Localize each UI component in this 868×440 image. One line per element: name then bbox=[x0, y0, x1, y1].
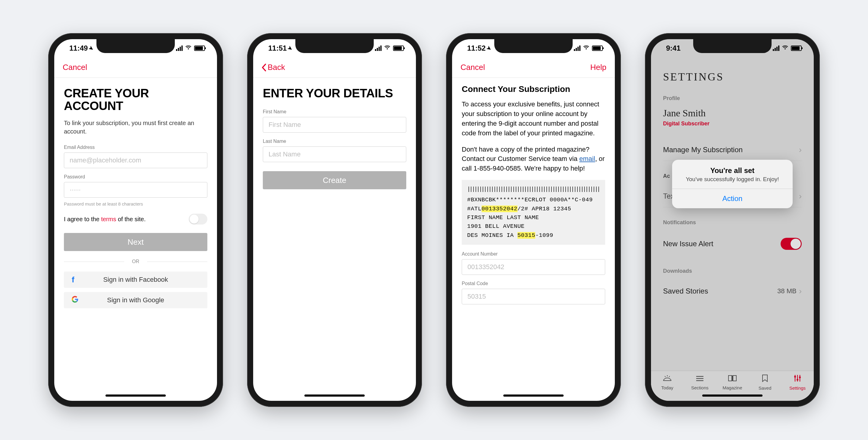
postal-code-label: Postal Code bbox=[462, 281, 605, 286]
notch bbox=[96, 39, 175, 53]
email-link[interactable]: email bbox=[579, 155, 595, 162]
svg-point-0 bbox=[794, 376, 796, 378]
phone-1: 11:49➤ Cancel CREATE YOUR ACCOUNT To lin… bbox=[48, 33, 223, 407]
barcode-icon: ||||||||||||||||||||||||||||||||||||||||… bbox=[467, 185, 600, 193]
status-time: 11:52 bbox=[467, 44, 486, 53]
status-time: 11:49 bbox=[69, 44, 88, 53]
wifi-icon bbox=[583, 45, 590, 52]
password-hint: Password must be at least 8 characters bbox=[64, 201, 207, 207]
downloads-section-label: Downloads bbox=[663, 268, 802, 274]
signal-icon bbox=[574, 45, 581, 51]
account-number-label: Account Number bbox=[462, 251, 605, 257]
email-field[interactable] bbox=[64, 153, 207, 168]
location-icon: ➤ bbox=[286, 44, 294, 53]
google-icon bbox=[72, 296, 79, 304]
terms-toggle[interactable] bbox=[189, 214, 207, 224]
chevron-left-icon bbox=[261, 64, 267, 71]
nav-bar: Back bbox=[253, 57, 416, 78]
profile-section-label: Profile bbox=[663, 95, 802, 101]
profile-name: Jane Smith bbox=[663, 107, 802, 119]
chevron-right-icon: › bbox=[799, 191, 802, 201]
first-name-field[interactable] bbox=[263, 117, 406, 133]
battery-icon bbox=[194, 45, 205, 51]
alert-dialog: You're all set You've successfully logge… bbox=[672, 160, 793, 208]
saved-size: 38 MB bbox=[777, 287, 797, 295]
next-button[interactable]: Next bbox=[64, 233, 207, 251]
last-name-field[interactable] bbox=[263, 147, 406, 162]
notch bbox=[296, 39, 374, 53]
page-title: CREATE YOUR ACCOUNT bbox=[64, 87, 207, 112]
signal-icon bbox=[773, 45, 779, 51]
saved-icon bbox=[762, 374, 768, 384]
sections-icon bbox=[695, 374, 704, 384]
battery-icon bbox=[592, 45, 603, 51]
home-indicator[interactable] bbox=[105, 395, 166, 397]
instructions-1: To access your exclusive benefits, just … bbox=[462, 99, 605, 138]
today-icon bbox=[663, 374, 672, 384]
signal-icon bbox=[375, 45, 381, 51]
cancel-button[interactable]: Cancel bbox=[63, 63, 87, 72]
battery-icon bbox=[393, 45, 404, 51]
notch bbox=[693, 39, 772, 53]
chevron-right-icon: › bbox=[799, 145, 802, 155]
screen-enter-details: 11:51➤ Back ENTER YOUR DETAILS First Nam… bbox=[253, 39, 416, 401]
tab-magazine[interactable]: Magazine bbox=[716, 371, 749, 394]
home-indicator[interactable] bbox=[702, 395, 763, 397]
svg-point-2 bbox=[799, 376, 801, 378]
screen-create-account: 11:49➤ Cancel CREATE YOUR ACCOUNT To lin… bbox=[54, 39, 217, 401]
saved-stories-row[interactable]: Saved Stories 38 MB › bbox=[663, 280, 802, 302]
location-icon: ➤ bbox=[485, 44, 493, 53]
alert-action-button[interactable]: Action bbox=[672, 189, 793, 208]
or-divider: OR bbox=[64, 259, 207, 264]
tab-settings[interactable]: Settings bbox=[781, 371, 814, 394]
terms-link[interactable]: terms bbox=[101, 216, 116, 222]
notch bbox=[494, 39, 572, 53]
email-label: Email Address bbox=[64, 145, 207, 150]
status-time: 9:41 bbox=[666, 44, 681, 53]
password-label: Password bbox=[64, 174, 207, 180]
facebook-signin-button[interactable]: f Sign in with Facebook bbox=[64, 272, 207, 288]
notifications-section-label: Notifications bbox=[663, 219, 802, 226]
google-signin-button[interactable]: Sign in with Google bbox=[64, 292, 207, 308]
alert-title: You're all set bbox=[672, 160, 793, 176]
screen-settings: 9:41 SETTINGS Profile Jane Smith Digital… bbox=[651, 39, 814, 401]
screen-connect-subscription: 11:52➤ Cancel Help Connect Your Subscrip… bbox=[452, 39, 615, 401]
wifi-icon bbox=[384, 45, 391, 52]
password-field[interactable] bbox=[64, 182, 207, 198]
highlighted-account: 0013352042 bbox=[482, 206, 518, 212]
new-issue-toggle[interactable] bbox=[781, 238, 802, 250]
home-indicator[interactable] bbox=[304, 395, 365, 397]
wifi-icon bbox=[782, 45, 788, 52]
create-button[interactable]: Create bbox=[263, 171, 406, 189]
settings-icon bbox=[794, 374, 801, 384]
wifi-icon bbox=[185, 45, 192, 52]
first-name-label: First Name bbox=[263, 109, 406, 115]
mailing-label-example: ||||||||||||||||||||||||||||||||||||||||… bbox=[462, 180, 605, 245]
location-icon: ➤ bbox=[87, 44, 95, 53]
phone-3: 11:52➤ Cancel Help Connect Your Subscrip… bbox=[446, 33, 621, 407]
nav-bar: Cancel Help bbox=[452, 57, 615, 78]
help-button[interactable]: Help bbox=[590, 63, 607, 72]
cancel-button[interactable]: Cancel bbox=[461, 63, 485, 72]
account-number-field[interactable] bbox=[462, 259, 605, 275]
profile-subtitle: Digital Subscriber bbox=[663, 121, 802, 127]
new-issue-alert-row: New Issue Alert bbox=[663, 232, 802, 256]
svg-point-1 bbox=[797, 379, 798, 381]
tab-sections[interactable]: Sections bbox=[684, 371, 716, 394]
chevron-right-icon: › bbox=[799, 286, 802, 296]
page-title: SETTINGS bbox=[663, 70, 802, 83]
page-subtitle: To link your subscription, you must firs… bbox=[64, 119, 207, 136]
home-indicator[interactable] bbox=[503, 395, 564, 397]
status-time: 11:51 bbox=[268, 44, 287, 53]
battery-icon bbox=[791, 45, 802, 51]
back-button[interactable]: Back bbox=[261, 63, 285, 72]
manage-subscription-row[interactable]: Manage My Subscription › bbox=[663, 139, 802, 161]
tab-today[interactable]: Today bbox=[651, 371, 684, 394]
postal-code-field[interactable] bbox=[462, 289, 605, 304]
page-title: ENTER YOUR DETAILS bbox=[263, 87, 406, 99]
nav-bar: Cancel bbox=[54, 57, 217, 78]
phone-2: 11:51➤ Back ENTER YOUR DETAILS First Nam… bbox=[247, 33, 422, 407]
tab-saved[interactable]: Saved bbox=[749, 371, 781, 394]
magazine-icon bbox=[728, 374, 737, 384]
page-title: Connect Your Subscription bbox=[462, 84, 605, 94]
